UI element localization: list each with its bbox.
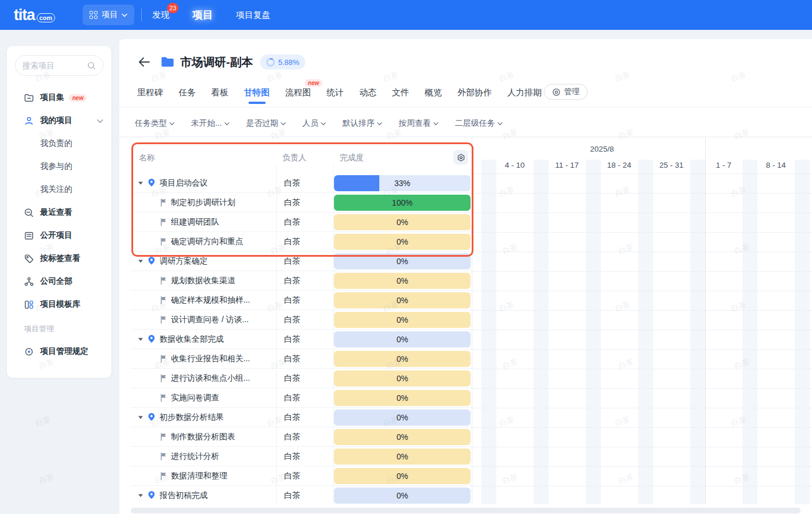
progress-percent: 0% [397,276,408,285]
milestone-pin-icon [147,334,156,344]
manage-button[interactable]: 管理 [544,84,588,100]
task-name-cell[interactable]: 数据收集全部完成 [131,334,276,345]
filter-未开始...[interactable]: 未开始... [191,118,230,129]
settings-gear-icon [457,153,465,162]
progress-bar[interactable]: 0% [334,370,471,387]
progress-percent: 0% [397,354,408,364]
task-name-cell[interactable]: 初步数据分析结果 [131,412,276,423]
manage-label: 管理 [564,87,580,97]
progress-bar[interactable]: 0% [334,234,471,250]
filter-默认排序[interactable]: 默认排序 [343,118,382,129]
tab-看板[interactable]: 看板 [211,87,228,98]
table-settings-button[interactable] [453,150,468,165]
tab-里程碑[interactable]: 里程碑 [137,87,163,98]
tab-任务[interactable]: 任务 [178,87,196,98]
grid-row-line [472,447,812,447]
sidebar-item-公司全部[interactable]: 公司全部 [7,270,111,293]
progress-bar[interactable]: 0% [334,409,471,426]
search-input[interactable] [22,61,87,70]
task-name-cell[interactable]: 制作数据分析图表 [131,432,276,442]
sidebar-item-项目管理规定[interactable]: 项目管理规定 [7,340,111,363]
app-switcher-button[interactable]: 项目 [83,5,134,25]
grid-row-line [472,232,812,233]
filter-任务类型[interactable]: 任务类型 [135,118,174,129]
project-search[interactable] [15,55,103,76]
nav-item-项目复盘[interactable]: 项目复盘 [236,10,270,21]
tab-动态[interactable]: 动态 [359,87,376,98]
progress-percent: 0% [397,432,408,442]
progress-bar[interactable]: 0% [334,351,471,367]
task-name-cell[interactable]: 规划数据收集渠道 [131,276,276,286]
progress-bar[interactable]: 0% [334,468,471,484]
nav-item-项目[interactable]: 项目 [192,8,213,22]
task-name-cell[interactable]: 组建调研团队 [131,217,276,227]
task-row: 实施问卷调查白茶0% [131,388,472,408]
task-row: 确定样本规模和抽样...白茶0% [131,291,472,310]
task-row: 调研方案确定白茶0% [131,252,472,271]
filter-按周查看[interactable]: 按周查看 [399,118,438,129]
back-button[interactable] [138,56,150,68]
flag-icon [160,296,168,304]
task-name-cell[interactable]: 调研方案确定 [131,256,276,266]
sidebar-item-项目模板库[interactable]: 项目模板库 [7,293,111,316]
task-owner: 白茶 [276,412,333,423]
sidebar-item-我负责的[interactable]: 我负责的 [7,132,111,155]
sidebar-item-我关注的[interactable]: 我关注的 [7,178,111,201]
tab-统计[interactable]: 统计 [327,87,344,98]
progress-bar[interactable]: 0% [334,449,471,465]
progress-ring-icon [266,57,275,67]
task-name-cell[interactable]: 制定初步调研计划 [131,198,276,208]
tab-人力排期[interactable]: 人力排期 [507,87,542,98]
nav-item-发现[interactable]: 发现23 [152,10,169,21]
app-switcher-label: 项目 [102,10,118,20]
horizontal-scrollbar[interactable] [131,508,801,513]
task-name-cell[interactable]: 确定调研方向和重点 [131,237,276,247]
task-name: 项目启动会议 [160,178,208,188]
progress-percent: 0% [397,491,408,500]
collapse-caret-icon[interactable] [138,415,143,420]
tab-流程图[interactable]: 流程图new [285,87,311,98]
progress-bar[interactable]: 0% [334,214,471,230]
tita-logo[interactable]: tita com [14,6,55,24]
progress-bar[interactable]: 0% [334,390,471,406]
progress-bar[interactable]: 0% [334,253,471,269]
task-name-cell[interactable]: 收集行业报告和相关... [131,354,276,364]
tab-外部协作[interactable]: 外部协作 [457,87,492,98]
task-row: 收集行业报告和相关...白茶0% [131,349,472,369]
collapse-caret-icon[interactable] [138,493,143,498]
progress-bar[interactable]: 0% [334,429,471,445]
task-name-cell[interactable]: 进行统计分析 [131,451,276,462]
task-name-cell[interactable]: 报告初稿完成 [131,490,276,501]
column-name: 名称 [139,153,155,163]
progress-bar[interactable]: 0% [334,292,471,308]
sidebar-item-公开项目[interactable]: 公开项目 [7,224,111,247]
sidebar-item-我的项目[interactable]: 我的项目 [7,109,111,132]
task-name-cell[interactable]: 数据清理和整理 [131,471,276,481]
task-name-cell[interactable]: 进行访谈和焦点小组... [131,373,276,384]
collapse-caret-icon[interactable] [138,181,143,185]
tab-甘特图[interactable]: 甘特图 [244,87,270,98]
sidebar-item-按标签查看[interactable]: 按标签查看 [7,247,111,270]
filter-二层级任务[interactable]: 二层级任务 [455,118,503,129]
task-name-cell[interactable]: 确定样本规模和抽样... [131,295,276,306]
filter-是否过期[interactable]: 是否过期 [246,118,286,129]
sidebar-item-我参与的[interactable]: 我参与的 [7,155,111,178]
progress-bar[interactable]: 33% [334,175,471,191]
task-name-cell[interactable]: 项目启动会议 [131,178,276,188]
progress-bar[interactable]: 0% [334,488,471,504]
collapse-caret-icon[interactable] [138,337,143,342]
sidebar-item-项目集[interactable]: 项目集new [7,86,111,109]
progress-bar[interactable]: 0% [334,273,471,289]
progress-bar[interactable]: 100% [334,195,471,211]
progress-bar[interactable]: 0% [334,331,471,347]
task-name-cell[interactable]: 实施问卷调查 [131,393,276,403]
sidebar-item-最近查看[interactable]: 最近查看 [7,201,111,224]
sidebar-section-label: 项目管理 [7,318,111,340]
task-name-cell[interactable]: 设计调查问卷 / 访谈... [131,315,276,325]
filter-人员[interactable]: 人员 [302,118,326,129]
progress-bar[interactable]: 0% [334,312,471,328]
collapse-caret-icon[interactable] [138,259,143,264]
tab-概览[interactable]: 概览 [425,87,442,98]
tab-文件[interactable]: 文件 [392,87,409,98]
grid-row-line [472,271,812,272]
